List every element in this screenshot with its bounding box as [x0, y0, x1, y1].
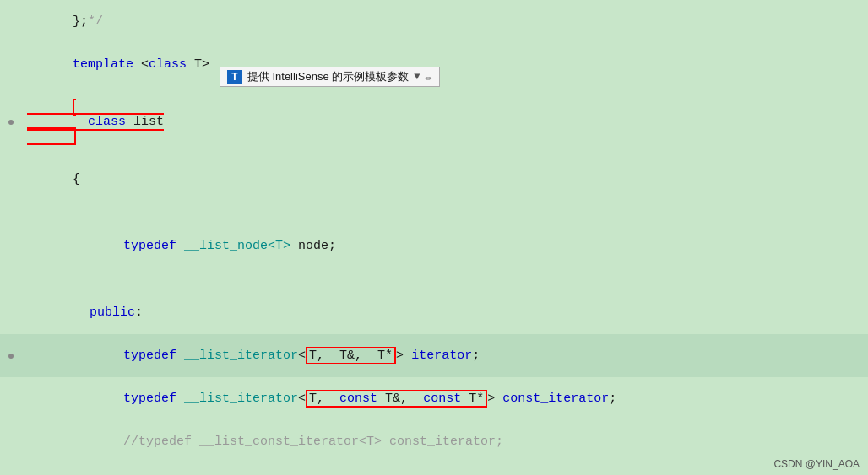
- code-line-11: //typedef __list_const_iterator<T> const…: [0, 420, 868, 463]
- line-content-5: [19, 206, 868, 220]
- kw-typedef-10: typedef: [123, 391, 176, 406]
- keyword-class: class: [149, 57, 187, 72]
- intellisense-dropdown[interactable]: ▼: [414, 71, 420, 83]
- iter-close-10: >: [487, 391, 495, 406]
- class-name: list: [126, 115, 164, 129]
- comment-11: //typedef __list_const_iterator<T> const…: [123, 435, 503, 449]
- code-line-5: [0, 201, 868, 224]
- code-line-4: {: [0, 158, 868, 201]
- code-editor: };*/ template <class T> T 提供 IntelliSens…: [0, 0, 868, 475]
- iter-params-red-10: T, const T&, const T*: [306, 390, 487, 408]
- watermark: CSDN @YIN_AOA: [773, 458, 860, 470]
- line-content-4: {: [19, 158, 868, 201]
- colon-8: :: [135, 305, 143, 320]
- semi-10: ;: [609, 391, 616, 406]
- open-brace-4: {: [73, 172, 80, 186]
- line-content-2: template <class T>: [19, 43, 868, 86]
- line-text-1: };: [73, 14, 88, 29]
- gutter-3: [3, 120, 19, 125]
- iter-params-red-9: T, T&, T*: [306, 347, 396, 364]
- intellisense-bar: T 提供 IntelliSense 的示例模板参数 ▼ ✏: [220, 67, 440, 87]
- iter-name-9: iterator: [404, 348, 472, 363]
- line-content-8: public:: [19, 291, 868, 334]
- list-iterator-10: __list_iterator: [176, 391, 298, 406]
- const-iter-name: const_iterator: [495, 391, 609, 406]
- code-line-6: typedef __list_node<T> node;: [0, 224, 868, 267]
- list-node: __list_node<T>: [176, 239, 290, 253]
- kw-typedef-6: typedef: [123, 239, 176, 253]
- keyword-template: template: [73, 57, 133, 72]
- kw-typedef-9: typedef: [123, 348, 176, 363]
- iter-params-9: <: [298, 348, 306, 363]
- line-content-1: };*/: [19, 0, 868, 43]
- code-line-9: typedef __list_iterator<T, T&, T*> itera…: [0, 334, 868, 377]
- kw-public: public: [90, 305, 135, 320]
- line-content-6: typedef __list_node<T> node;: [19, 224, 868, 267]
- node-name: node;: [290, 239, 336, 253]
- template-T: T>: [187, 57, 209, 72]
- code-line-7: [0, 267, 868, 291]
- code-line-2: template <class T> T 提供 IntelliSense 的示例…: [0, 43, 868, 86]
- line-content-3: class list: [19, 86, 868, 158]
- line-comment-1: */: [88, 14, 103, 29]
- list-iterator-9: __list_iterator: [176, 348, 298, 363]
- line-content-11: //typedef __list_const_iterator<T> const…: [19, 420, 868, 463]
- line-content-7: [19, 273, 868, 287]
- line-content-9: typedef __list_iterator<T, T&, T*> itera…: [19, 334, 868, 377]
- code-line-8: public:: [0, 291, 868, 334]
- code-line-1: };*/: [0, 0, 868, 43]
- code-line-12: [0, 463, 868, 475]
- template-bracket: <: [133, 57, 149, 72]
- iter-open-10: <: [298, 391, 306, 406]
- intellisense-description: 提供 IntelliSense 的示例模板参数: [247, 69, 409, 84]
- line-content-12: [19, 468, 868, 476]
- keyword-class-3: class: [88, 115, 126, 129]
- gutter-dot-9: [8, 354, 14, 359]
- code-line-3: class list: [0, 86, 868, 158]
- intellisense-t-badge: T: [227, 70, 242, 84]
- gutter-dot-3: [8, 120, 14, 125]
- semi-9: ;: [472, 348, 480, 363]
- class-list-box: class list: [27, 99, 164, 145]
- code-line-10: typedef __list_iterator<T, const T&, con…: [0, 377, 868, 420]
- intellisense-edit-icon[interactable]: ✏: [425, 70, 431, 84]
- line-content-10: typedef __list_iterator<T, const T&, con…: [19, 377, 868, 420]
- gutter-9: [3, 354, 19, 359]
- iter-close-9: >: [396, 348, 404, 363]
